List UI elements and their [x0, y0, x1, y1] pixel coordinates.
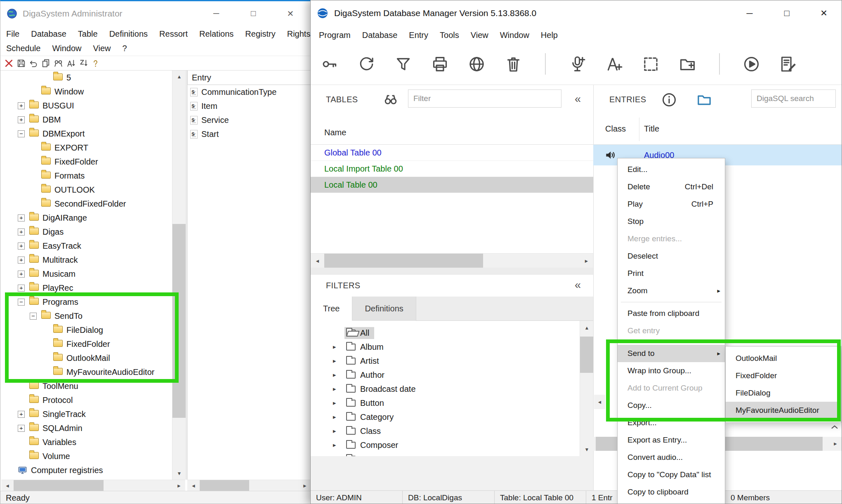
context-menu-item-play[interactable]: PlayCtrl+P	[618, 195, 725, 213]
copy-icon[interactable]	[41, 58, 51, 68]
tree-item-fixedfolder[interactable]: FixedFolder	[1, 337, 172, 351]
expand-arrow-icon[interactable]: ▸	[333, 441, 346, 449]
tree-item-sqladmin[interactable]: +SQLAdmin	[1, 421, 172, 435]
filter-tree-item-album[interactable]: ▸Album	[311, 340, 580, 354]
key-icon[interactable]	[321, 55, 339, 73]
tree-item-outlookmail[interactable]: OutlookMail	[1, 351, 172, 365]
admin-menu-item[interactable]: ?	[117, 44, 133, 53]
tree-item-filedialog[interactable]: FileDialog	[1, 323, 172, 337]
tree-item-easytrack[interactable]: +EasyTrack	[1, 239, 172, 253]
record-icon[interactable]	[568, 55, 587, 73]
entry-item-service[interactable]: sService	[188, 113, 311, 127]
sort-za-icon[interactable]	[78, 58, 88, 68]
admin-menu-window[interactable]: Window	[46, 44, 87, 53]
filter-tree-item-class[interactable]: ▸Class	[311, 424, 580, 438]
filter-tree-item-author[interactable]: ▸Author	[311, 368, 580, 382]
column-divider[interactable]	[639, 118, 639, 141]
expand-toggle-icon[interactable]: +	[18, 228, 25, 236]
table-row-local-table-00[interactable]: Local Table 00	[311, 177, 593, 193]
tree-item-myfavouriteaudioeditor[interactable]: MyFavouriteAudioEditor	[1, 365, 172, 379]
dbm-menu-window[interactable]: Window	[494, 31, 535, 40]
filters-tab-tree[interactable]: Tree	[311, 297, 352, 321]
context-menu-item-paste-from-clipboard[interactable]: Paste from clipboard	[618, 305, 725, 322]
expand-toggle-icon[interactable]: +	[18, 257, 25, 264]
tree-item-playrec[interactable]: +PlayRec	[1, 281, 172, 295]
find-icon[interactable]	[53, 58, 64, 68]
filters-tab-definitions[interactable]: Definitions	[352, 297, 416, 321]
expand-toggle-icon[interactable]: +	[18, 102, 25, 109]
table-row-global-table-00[interactable]: Global Table 00	[311, 145, 593, 161]
tree-item-variables[interactable]: Variables	[1, 435, 172, 449]
expand-toggle-icon[interactable]: +	[18, 425, 25, 432]
tree-item-window[interactable]: Window	[1, 85, 172, 99]
dbm-maximize-button[interactable]: □	[768, 0, 805, 26]
scroll-thumb[interactable]	[580, 337, 594, 373]
filters-collapse-button[interactable]: «	[575, 279, 581, 292]
expand-toggle-icon[interactable]: +	[18, 214, 25, 221]
admin-menu-registry[interactable]: Registry	[239, 29, 281, 39]
context-menu-item-deselect[interactable]: Deselect	[618, 247, 725, 265]
folder-view-icon[interactable]	[696, 92, 713, 108]
context-menu-item-send-to[interactable]: Send to▸	[618, 345, 725, 362]
dbm-menu-entry[interactable]: Entry	[403, 31, 434, 40]
dbm-minimize-button[interactable]: ─	[731, 0, 768, 26]
scroll-right-icon[interactable]: ►	[173, 480, 185, 491]
scroll-thumb[interactable]	[14, 480, 104, 491]
context-menu-item-copy-to-clipboard[interactable]: Copy to clipboard	[618, 483, 725, 501]
context-menu-item-convert-audio[interactable]: Convert audio...	[618, 449, 725, 466]
entry-item-item[interactable]: sItem	[188, 99, 311, 113]
context-menu-item-export-as-entry[interactable]: Export as Entry...	[618, 431, 725, 449]
entries-scroll-left-icon[interactable]: ◄	[594, 395, 605, 409]
expand-arrow-icon[interactable]: ▸	[333, 399, 346, 407]
expand-toggle-icon[interactable]: +	[18, 285, 25, 292]
filter-tree-item-category[interactable]: ▸Category	[311, 410, 580, 424]
tree-item-sendto[interactable]: −SendTo	[1, 309, 172, 323]
print-icon[interactable]	[431, 55, 449, 73]
context-menu-item-add-to-current-group[interactable]: Add to Current Group	[618, 379, 725, 397]
expand-arrow-icon[interactable]: ▸	[333, 427, 346, 435]
dbm-menu-help[interactable]: Help	[535, 31, 564, 40]
add-text-icon[interactable]	[605, 55, 623, 73]
tree-item-busgui[interactable]: +BUSGUI	[1, 99, 172, 113]
entry-horizontal-scrollbar[interactable]: ◄ ►	[187, 480, 311, 491]
entry-column-header[interactable]: Entry	[187, 71, 311, 85]
info-icon[interactable]	[661, 92, 677, 108]
entries-column-header[interactable]: Class Title	[593, 114, 842, 145]
scroll-thumb[interactable]	[200, 480, 249, 491]
tree-item-5[interactable]: 5	[1, 71, 172, 85]
table-search-icon[interactable]	[382, 91, 399, 108]
save-icon[interactable]	[16, 58, 26, 68]
send-to-target-filedialog[interactable]: FileDialog	[726, 384, 841, 402]
context-menu-item-export[interactable]: Export...	[618, 414, 725, 431]
tree-horizontal-scrollbar[interactable]: ◄ ►	[1, 480, 185, 491]
tree-item-multitrack[interactable]: +Multitrack	[1, 253, 172, 267]
new-folder-icon[interactable]	[678, 55, 697, 73]
tree-item-dbm[interactable]: +DBM	[1, 113, 172, 127]
send-to-target-outlookmail[interactable]: OutlookMail	[726, 350, 841, 367]
admin-menu-rights[interactable]: Rights	[281, 29, 312, 39]
tree-item-musicam[interactable]: +Musicam	[1, 267, 172, 281]
entry-item-start[interactable]: sStart	[188, 127, 311, 141]
send-to-target-myfavouriteaudioeditor[interactable]: MyFavouriteAudioEditor	[726, 402, 841, 419]
context-menu-item-wrap-into-group[interactable]: Wrap into Group...	[618, 362, 725, 379]
scroll-up-icon[interactable]: ▲	[580, 321, 594, 334]
tree-item-formats[interactable]: Formats	[1, 169, 172, 183]
tree-item-programs[interactable]: −Programs	[1, 295, 172, 309]
edit-entry-icon[interactable]	[779, 55, 797, 73]
admin-menu-definitions[interactable]: Definitions	[104, 29, 153, 39]
tree-item-computer-registries[interactable]: Computer registries	[1, 463, 172, 477]
tables-column-header[interactable]: Name	[311, 114, 593, 145]
expand-toggle-icon[interactable]: −	[30, 313, 37, 320]
scroll-right-icon[interactable]: ►	[580, 254, 593, 268]
tree-item-protocol[interactable]: Protocol	[1, 393, 172, 407]
tables-filters-splitter[interactable]	[311, 268, 593, 274]
filter-tree-item-all[interactable]: All	[311, 326, 580, 340]
filter-tree-item-artist[interactable]: ▸Artist	[311, 354, 580, 368]
context-menu-item-stop[interactable]: Stop	[618, 213, 725, 230]
close-red-icon[interactable]	[4, 58, 14, 68]
admin-menu-view[interactable]: View	[87, 44, 117, 53]
scroll-left-icon[interactable]: ◄	[187, 480, 200, 491]
undo-icon[interactable]	[28, 58, 39, 68]
scroll-thumb[interactable]	[172, 224, 186, 418]
dbm-close-button[interactable]: ✕	[805, 0, 842, 26]
